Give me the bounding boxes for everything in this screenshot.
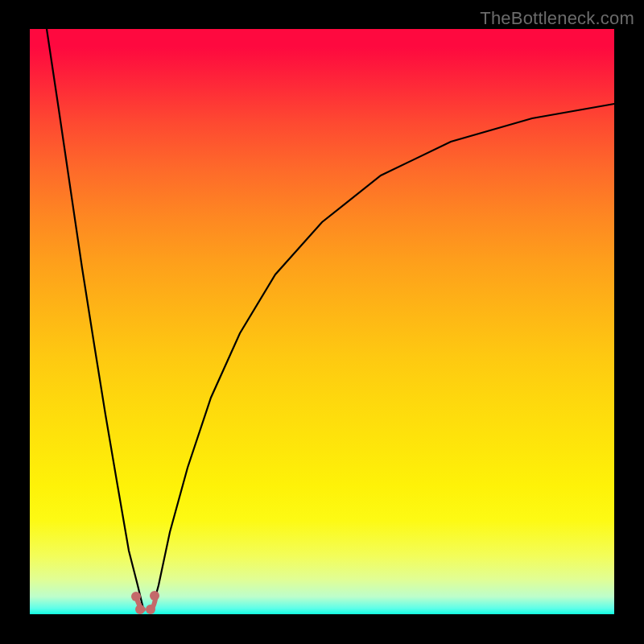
chart-frame: TheBottleneck.com xyxy=(0,0,644,644)
valley-marker xyxy=(135,605,145,614)
plot-area xyxy=(30,29,614,614)
valley-marker xyxy=(131,592,141,601)
curve-left-branch xyxy=(47,29,143,609)
valley-marker xyxy=(146,605,155,614)
watermark-text: TheBottleneck.com xyxy=(480,8,634,29)
curve-right-branch xyxy=(152,104,614,609)
curves-layer xyxy=(30,29,614,614)
valley-marker xyxy=(150,591,159,601)
